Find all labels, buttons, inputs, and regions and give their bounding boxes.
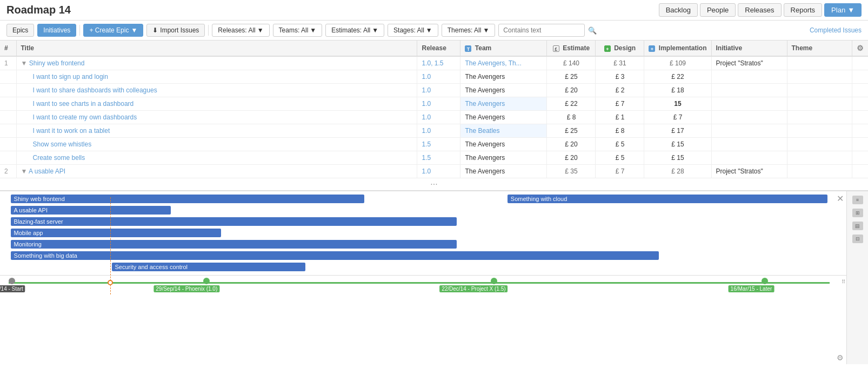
import-issues-button[interactable]: ⬇ Import Issues [146,24,205,37]
row-implementation: £ 17 [644,124,711,138]
release-link[interactable]: 1.5 [422,140,431,148]
story-title-link[interactable]: I want to see charts in a dashboard [33,100,134,108]
col-header-release: Release [417,41,460,56]
gantt-bar-blazing-fast-server[interactable]: Blazing-fast server [11,217,457,226]
row-actions [852,56,868,70]
table-row: I want to create my own dashboards 1.0 T… [0,111,868,124]
people-button[interactable]: People [700,3,736,17]
gantt-view-icon-4[interactable]: ⊟ [852,235,863,243]
col-header-design: + Design [596,41,644,56]
release-link[interactable]: 1.0 [422,100,431,108]
search-icon[interactable]: 🔍 [588,26,597,35]
epic-title-link[interactable]: A usable API [29,168,65,175]
row-release: 1.5 [417,151,460,165]
release-link[interactable]: 1.0 [422,168,431,175]
estimates-filter-button[interactable]: Estimates: All ▼ [325,24,384,37]
story-title-link[interactable]: Show some whistles [33,140,92,148]
row-title: Show some whistles [16,138,417,151]
gantt-bar-big-data[interactable]: Something with big data [11,251,659,260]
completed-issues-link[interactable]: Completed Issues [810,26,862,34]
plan-button[interactable]: Plan ▼ [824,3,862,17]
releases-button[interactable]: Releases [738,3,781,17]
row-design: £ 1 [596,111,644,124]
row-release: 1.5 [417,138,460,151]
release-link[interactable]: 1.0 [422,86,431,94]
team-link[interactable]: The Beatles [465,127,499,135]
release-link[interactable]: 1.0 [422,113,431,121]
epics-button[interactable]: Epics [6,24,34,37]
release-link[interactable]: 1.0 [422,73,431,81]
row-theme [787,56,852,70]
table-row: I want to sign up and login 1.0 The Aven… [0,70,868,84]
gantt-bar-row: Monitoring [2,239,844,250]
row-num: 1 [0,56,16,70]
row-estimate: £ 20 [547,151,596,165]
initiatives-button[interactable]: Initiatives [37,24,76,37]
teams-filter-button[interactable]: Teams: All ▼ [273,24,323,37]
row-num [0,124,16,138]
row-estimate: £ 8 [547,111,596,124]
row-actions [852,124,868,138]
table-settings-icon[interactable]: ⚙ [857,44,864,52]
release-link[interactable]: 1.0 [422,127,431,135]
release-link[interactable]: 1.5 [422,154,431,162]
row-design: £ 31 [596,56,644,70]
backlog-button[interactable]: Backlog [659,3,698,17]
gantt-view-icon-3[interactable]: ▤ [852,222,863,230]
gantt-right-panel: ≡ ⊞ ▤ ⊟ [846,191,868,364]
row-initiative [711,124,787,138]
row-theme [787,151,852,165]
gantt-bar-something-with-cloud[interactable]: Something with cloud [508,195,827,203]
gantt-view-icon-1[interactable]: ≡ [852,196,863,204]
team-icon: T [465,45,471,52]
timeline-drag-handles[interactable]: ⠿ [842,279,845,285]
create-epic-button[interactable]: + Create Epic ▼ [83,24,143,37]
gantt-bar-row: A usable API [2,205,844,216]
team-link[interactable]: The Avengers, Th... [465,59,521,67]
row-title: I want to create my own dashboards [16,111,417,124]
row-theme [787,84,852,97]
row-initiative [711,151,787,165]
table-row: 1 ▼ Shiny web frontend 1.0, 1.5 The Aven… [0,56,868,70]
gantt-bar-row: Mobile app [2,227,844,238]
gantt-bar-monitoring[interactable]: Monitoring [11,240,457,249]
gantt-bars: Shiny web frontend Something with cloud … [0,191,846,275]
story-title-link[interactable]: Create some bells [33,154,85,162]
issues-table: # Title Release T Team £ Estimate + Desi… [0,41,868,178]
story-title-link[interactable]: I want to create my own dashboards [33,113,137,121]
story-title-link[interactable]: I want to sign up and login [33,73,108,81]
col-header-theme: Theme [787,41,852,56]
themes-filter-button[interactable]: Themes: All ▼ [442,24,496,37]
gantt-settings-button[interactable]: ⚙ [837,353,844,362]
story-title-link[interactable]: I want it to work on a tablet [33,127,110,135]
chevron-down-icon: ▼ [372,26,378,34]
expand-icon[interactable]: ▼ [21,168,28,175]
row-team: The Avengers [460,84,547,97]
gantt-bar-shiny-web-frontend[interactable]: Shiny web frontend [11,195,364,203]
gantt-milestone-start: 05/Aug/14 - Start [9,278,15,284]
expand-icon[interactable]: ▼ [21,59,28,67]
gantt-bar-usable-api[interactable]: A usable API [11,206,171,215]
row-num [0,151,16,165]
gantt-bar-security[interactable]: Security and access control [112,263,305,271]
chevron-down-icon: ▼ [426,26,432,34]
stages-filter-button[interactable]: Stages: All ▼ [388,24,438,37]
reports-button[interactable]: Reports [784,3,823,17]
row-estimate: £ 140 [547,56,596,70]
gantt-bar-mobile-app[interactable]: Mobile app [11,229,222,237]
gantt-view-icon-2[interactable]: ⊞ [852,209,863,217]
table-area: # Title Release T Team £ Estimate + Desi… [0,41,868,191]
story-title-link[interactable]: I want to share dashboards with colleagu… [33,86,157,94]
gantt-current-dot [108,280,113,285]
epic-title-link[interactable]: Shiny web frontend [29,59,85,67]
search-input[interactable] [498,24,585,37]
releases-filter-button[interactable]: Releases: All ▼ [212,24,269,37]
release-link[interactable]: 1.0, 1.5 [422,59,443,67]
row-release: 1.0 [417,84,460,97]
gantt-timeline: 05/Aug/14 - Start 29/Sep/14 - Phoenix (1… [0,275,846,294]
estimate-icon: £ [553,45,559,52]
toolbar-divider-2 [208,25,209,36]
team-link[interactable]: The Avengers [465,100,505,108]
row-actions [852,70,868,84]
row-release: 1.0, 1.5 [417,56,460,70]
